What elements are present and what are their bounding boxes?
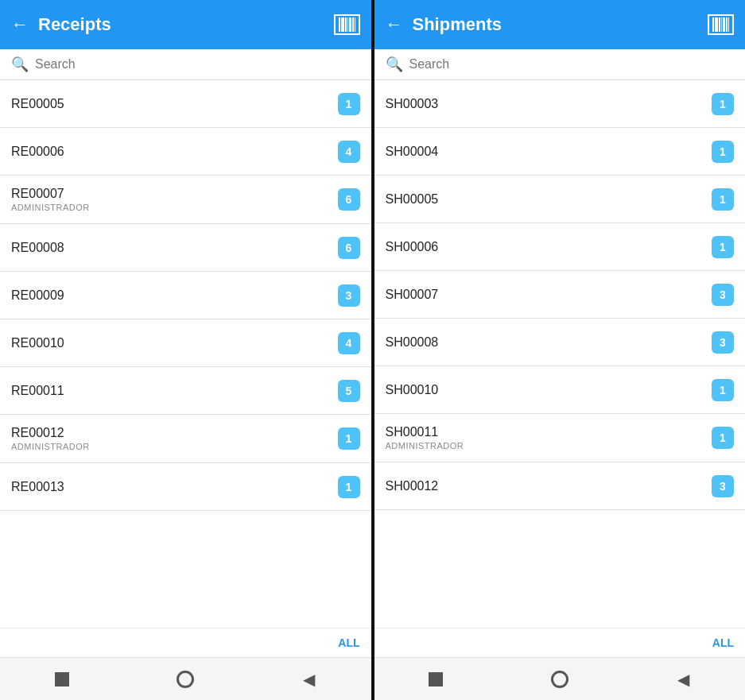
shipments-search-bar: 🔍 [374,49,746,80]
receipts-search-input[interactable] [35,57,360,72]
shipments-barcode-icon[interactable] [708,14,734,35]
shipments-item-left: SH00005 [386,192,439,207]
receipts-item-id: RE00009 [11,288,64,303]
shipments-list-item[interactable]: SH00008 3 [374,319,746,366]
receipts-nav-square-button[interactable] [48,665,76,694]
shipments-item-left: SH00004 [386,145,439,159]
shipments-item-badge: 1 [712,93,734,115]
shipments-item-sub: ADMINISTRADOR [386,441,464,451]
receipts-panel: ← Receipts 🔍 RE00005 1 RE00006 4 [0,0,374,700]
receipts-item-badge: 1 [338,427,360,450]
receipts-item-badge: 5 [338,380,360,402]
shipments-item-badge: 3 [712,284,734,306]
receipts-back-arrow-icon: ◀ [303,670,315,689]
shipments-list: SH00003 1 SH00004 1 SH00005 1 SH00006 1 [374,80,746,628]
shipments-item-id: SH00006 [386,240,439,254]
shipments-item-badge: 3 [712,475,734,497]
shipments-item-badge: 1 [712,236,734,258]
receipts-back-button[interactable]: ← [11,14,29,35]
receipts-item-left: RE00006 [11,145,64,159]
shipments-list-item[interactable]: SH00010 1 [374,366,746,414]
shipments-square-icon [429,672,443,686]
shipments-item-id: SH00011 [386,425,464,439]
receipts-item-badge: 1 [338,476,360,498]
receipts-barcode-icon[interactable] [334,14,360,35]
shipments-item-id: SH00012 [386,479,439,493]
receipts-bottom-nav: ◀ [0,657,371,700]
shipments-item-badge: 1 [712,379,734,401]
receipts-search-icon: 🔍 [11,56,29,73]
shipments-back-arrow-icon: ◀ [677,670,689,689]
shipments-list-item[interactable]: SH00003 1 [374,80,746,128]
receipts-circle-icon [177,671,194,688]
shipments-all-button[interactable]: ALL [374,628,746,657]
receipts-item-id: RE00007 [11,187,90,201]
shipments-item-badge: 1 [712,188,734,211]
receipts-list-item[interactable]: RE00013 1 [0,463,371,511]
shipments-item-left: SH00010 [386,383,439,397]
shipments-item-id: SH00003 [386,97,439,111]
shipments-list-item[interactable]: SH00004 1 [374,128,746,176]
receipts-list-item[interactable]: RE00010 4 [0,319,371,367]
receipts-list-item[interactable]: RE00007 ADMINISTRADOR 6 [0,176,371,224]
shipments-nav-square-button[interactable] [421,665,450,694]
receipts-item-badge: 3 [338,284,360,307]
receipts-nav-home-button[interactable] [171,665,200,694]
receipts-header: ← Receipts [0,0,371,49]
receipts-item-left: RE00011 [11,384,64,398]
shipments-search-icon: 🔍 [386,56,403,73]
receipts-item-badge: 1 [338,93,360,115]
receipts-item-left: RE00012 ADMINISTRADOR [11,426,90,451]
shipments-item-badge: 1 [712,427,734,449]
receipts-item-badge: 4 [338,332,360,354]
shipments-item-badge: 1 [712,141,734,163]
shipments-list-item[interactable]: SH00005 1 [374,176,746,223]
shipments-title: Shipments [413,14,699,35]
receipts-item-left: RE00013 [11,480,64,494]
receipts-item-id: RE00008 [11,241,64,255]
shipments-circle-icon [551,671,568,688]
receipts-all-button[interactable]: ALL [0,628,371,657]
receipts-square-icon [55,672,69,686]
shipments-back-button[interactable]: ← [386,14,403,35]
shipments-header: ← Shipments [374,0,746,49]
shipments-nav-home-button[interactable] [545,665,574,694]
receipts-item-left: RE00010 [11,336,64,350]
shipments-search-input[interactable] [409,57,735,72]
shipments-list-item[interactable]: SH00011 ADMINISTRADOR 1 [374,414,746,462]
receipts-item-id: RE00010 [11,336,64,350]
shipments-item-left: SH00007 [386,288,439,302]
receipts-search-bar: 🔍 [0,49,371,80]
shipments-bottom-nav: ◀ [374,657,746,700]
shipments-item-left: SH00006 [386,240,439,254]
receipts-item-sub: ADMINISTRADOR [11,442,90,451]
shipments-list-item[interactable]: SH00007 3 [374,271,746,319]
receipts-item-left: RE00007 ADMINISTRADOR [11,187,90,212]
receipts-list-item[interactable]: RE00009 3 [0,272,371,319]
shipments-list-item[interactable]: SH00006 1 [374,223,746,271]
receipts-item-sub: ADMINISTRADOR [11,203,90,212]
shipments-item-id: SH00008 [386,335,439,350]
receipts-list-item[interactable]: RE00006 4 [0,128,371,176]
shipments-item-left: SH00008 [386,335,439,350]
receipts-item-id: RE00011 [11,384,64,398]
receipts-item-id: RE00005 [11,97,64,111]
shipments-item-id: SH00005 [386,192,439,207]
shipments-item-badge: 3 [712,331,734,354]
receipts-list-item[interactable]: RE00008 6 [0,224,371,272]
receipts-item-id: RE00013 [11,480,64,494]
receipts-list-item[interactable]: RE00005 1 [0,80,371,128]
shipments-item-left: SH00012 [386,479,439,493]
receipts-title: Receipts [38,14,324,35]
shipments-list-item[interactable]: SH00012 3 [374,462,746,510]
receipts-nav-back-button[interactable]: ◀ [295,665,324,694]
shipments-nav-back-button[interactable]: ◀ [669,665,697,694]
receipts-item-badge: 6 [338,237,360,259]
receipts-item-id: RE00012 [11,426,90,440]
shipments-panel: ← Shipments 🔍 SH00003 1 SH00004 1 [374,0,746,700]
receipts-item-left: RE00005 [11,97,64,111]
shipments-item-id: SH00004 [386,145,439,159]
receipts-list-item[interactable]: RE00012 ADMINISTRADOR 1 [0,415,371,463]
receipts-list-item[interactable]: RE00011 5 [0,367,371,415]
shipments-item-left: SH00011 ADMINISTRADOR [386,425,464,451]
